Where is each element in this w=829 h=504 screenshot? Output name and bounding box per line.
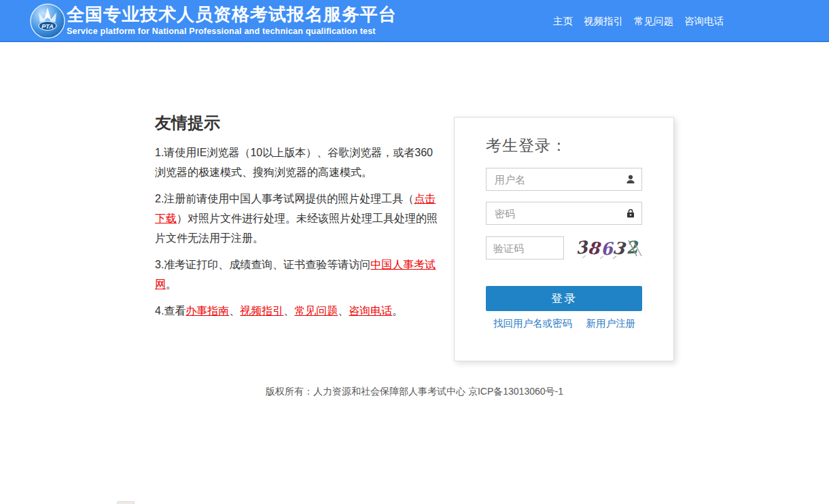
captcha-chars: 38632 <box>576 238 638 257</box>
tip-paragraph: 4.查看办事指南、视频指引、常见问题、咨询电话。 <box>155 301 442 321</box>
tip-text: 、 <box>338 305 349 317</box>
nav-phone[interactable]: 咨询电话 <box>684 15 724 28</box>
user-icon <box>625 174 636 185</box>
login-heading: 考生登录： <box>486 134 642 157</box>
tip-text: ）对照片文件进行处理。未经该照片处理工具处理的照片文件无法用于注册。 <box>155 213 438 244</box>
tip-paragraph: 3.准考证打印、成绩查询、证书查验等请访问中国人事考试网。 <box>155 255 442 294</box>
app-header: PTA 全国专业技术人员资格考试报名服务平台 Service platform … <box>0 0 829 42</box>
header-nav: 主页 视频指引 常见问题 咨询电话 <box>553 0 724 42</box>
nav-video-guide[interactable]: 视频指引 <box>584 15 623 28</box>
tip-paragraph: 1.请使用IE浏览器（10以上版本）、谷歌浏览器，或者360浏览器的极速模式、搜… <box>155 143 442 182</box>
nav-home[interactable]: 主页 <box>553 15 573 28</box>
username-input[interactable] <box>486 168 642 191</box>
recover-account-link[interactable]: 找回用户名或密码 <box>493 317 572 330</box>
tip-text: 、 <box>283 305 294 317</box>
captcha-char: 3 <box>612 238 627 259</box>
tips-section: 友情提示 1.请使用IE浏览器（10以上版本）、谷歌浏览器，或者360浏览器的极… <box>155 113 442 327</box>
tip-paragraph: 2.注册前请使用中国人事考试网提供的照片处理工具（点击下载）对照片文件进行处理。… <box>155 189 442 248</box>
tip-text: 1.请使用IE浏览器（10以上版本）、谷歌浏览器，或者360浏览器的极速模式、搜… <box>155 147 433 178</box>
tip-text: 、 <box>229 305 240 317</box>
footer-copyright: 版权所有：人力资源和社会保障部人事考试中心 京ICP备13013060号-1 <box>0 386 829 397</box>
tip-link[interactable]: 办事指南 <box>186 305 229 317</box>
tip-text: 。 <box>392 305 403 317</box>
tip-link[interactable]: 常见问题 <box>294 305 338 317</box>
captcha-char: 8 <box>587 238 601 258</box>
cutoff-element-fragment <box>117 501 135 504</box>
password-input[interactable] <box>486 202 642 225</box>
tip-text: 2.注册前请使用中国人事考试网提供的照片处理工具（ <box>155 193 414 204</box>
tips-heading: 友情提示 <box>155 113 442 133</box>
nav-faq[interactable]: 常见问题 <box>634 15 673 28</box>
pta-logo-icon: PTA <box>30 3 65 39</box>
tip-link[interactable]: 咨询电话 <box>349 305 392 317</box>
tip-text: 。 <box>166 278 177 290</box>
tip-text: 4.查看 <box>155 305 186 317</box>
tip-link[interactable]: 视频指引 <box>240 305 283 317</box>
username-field-wrap <box>486 168 642 191</box>
tip-text: 3.准考证打印、成绩查询、证书查验等请访问 <box>155 259 370 270</box>
register-link[interactable]: 新用户注册 <box>586 317 636 330</box>
pta-logo[interactable]: PTA <box>30 3 65 39</box>
tips-paragraphs: 1.请使用IE浏览器（10以上版本）、谷歌浏览器，或者360浏览器的极速模式、搜… <box>155 143 442 321</box>
title-block: 全国专业技术人员资格考试报名服务平台 Service platform for … <box>67 4 397 36</box>
captcha-input[interactable] <box>486 236 564 259</box>
captcha-image[interactable]: 38632 <box>574 236 642 260</box>
login-panel: 考生登录： 38632 登录 找回用户名或密码 <box>454 117 674 361</box>
login-links: 找回用户名或密码 新用户注册 <box>486 317 642 330</box>
captcha-row: 38632 <box>486 236 642 260</box>
captcha-char: 2 <box>624 237 639 257</box>
page-title: 全国专业技术人员资格考试报名服务平台 <box>67 4 397 25</box>
svg-text:PTA: PTA <box>41 23 53 30</box>
lock-icon <box>625 208 636 219</box>
password-field-wrap <box>486 202 642 225</box>
login-button[interactable]: 登录 <box>486 286 642 311</box>
page-subtitle: Service platform for National Profession… <box>67 26 397 36</box>
